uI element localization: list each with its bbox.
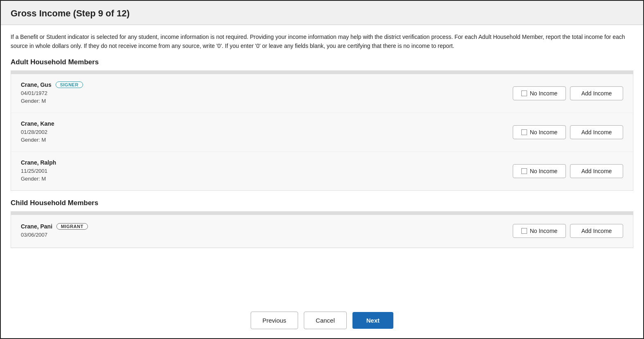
page-header: Gross Income (Step 9 of 12)	[1, 1, 643, 25]
page-title: Gross Income (Step 9 of 12)	[11, 8, 633, 19]
member-info-crane-gus: Crane, Gus SIGNER 04/01/1972 Gender: M	[21, 81, 83, 105]
previous-button[interactable]: Previous	[251, 312, 298, 329]
page-wrapper: Gross Income (Step 9 of 12) If a Benefit…	[0, 0, 644, 339]
member-name: Crane, Kane	[21, 120, 54, 127]
member-info-crane-kane: Crane, Kane 01/28/2002 Gender: M	[21, 120, 54, 144]
footer-nav: Previous Cancel Next	[1, 304, 643, 338]
member-dob: 11/25/2001	[21, 167, 56, 175]
add-income-button-kane[interactable]: Add Income	[570, 125, 623, 139]
member-name-row: Crane, Ralph	[21, 159, 56, 166]
no-income-checkbox-pani	[521, 228, 527, 234]
member-name-row: Crane, Gus SIGNER	[21, 81, 83, 88]
next-button[interactable]: Next	[352, 312, 394, 329]
no-income-button-pani[interactable]: No Income	[513, 224, 566, 238]
member-gender: Gender: M	[21, 175, 56, 183]
member-actions: No Income Add Income	[513, 125, 623, 139]
no-income-checkbox-ralph	[521, 168, 527, 174]
member-dob: 03/06/2007	[21, 231, 88, 239]
migrant-badge: MIGRANT	[56, 223, 88, 230]
cancel-button[interactable]: Cancel	[304, 312, 347, 329]
member-name: Crane, Pani	[21, 223, 52, 230]
table-row: Crane, Kane 01/28/2002 Gender: M No Inco…	[11, 113, 633, 152]
table-row: Crane, Pani MIGRANT 03/06/2007 No Income…	[11, 215, 633, 248]
member-actions: No Income Add Income	[513, 224, 623, 238]
page-body: If a Benefit or Student indicator is sel…	[1, 25, 643, 304]
adult-section-title: Adult Household Members	[11, 58, 633, 66]
adult-members-scroll-area: Crane, Gus SIGNER 04/01/1972 Gender: M N…	[11, 70, 633, 191]
member-info-crane-pani: Crane, Pani MIGRANT 03/06/2007	[21, 223, 88, 239]
child-members-scroll-area: Crane, Pani MIGRANT 03/06/2007 No Income…	[11, 211, 633, 248]
add-income-button-gus[interactable]: Add Income	[570, 86, 623, 100]
member-name: Crane, Gus	[21, 81, 52, 88]
child-section-title: Child Household Members	[11, 199, 633, 207]
member-actions: No Income Add Income	[513, 86, 623, 100]
add-income-button-ralph[interactable]: Add Income	[570, 164, 623, 178]
no-income-label-ralph: No Income	[530, 168, 558, 174]
table-row: Crane, Ralph 11/25/2001 Gender: M No Inc…	[11, 152, 633, 190]
signer-badge: SIGNER	[56, 81, 83, 88]
child-scroll-top-bar	[11, 212, 633, 215]
member-name-row: Crane, Pani MIGRANT	[21, 223, 88, 230]
no-income-checkbox-gus	[521, 90, 527, 96]
member-name: Crane, Ralph	[21, 159, 56, 166]
member-gender: Gender: M	[21, 136, 54, 144]
adult-scroll-top-bar	[11, 71, 633, 74]
member-info-crane-ralph: Crane, Ralph 11/25/2001 Gender: M	[21, 159, 56, 183]
no-income-button-gus[interactable]: No Income	[513, 86, 566, 100]
intro-text: If a Benefit or Student indicator is sel…	[11, 32, 633, 51]
member-gender: Gender: M	[21, 97, 83, 105]
no-income-button-kane[interactable]: No Income	[513, 125, 566, 139]
no-income-label-pani: No Income	[530, 228, 558, 234]
member-dob: 04/01/1972	[21, 89, 83, 97]
no-income-button-ralph[interactable]: No Income	[513, 164, 566, 178]
no-income-label-kane: No Income	[530, 129, 558, 136]
table-row: Crane, Gus SIGNER 04/01/1972 Gender: M N…	[11, 74, 633, 113]
add-income-button-pani[interactable]: Add Income	[570, 224, 623, 238]
no-income-checkbox-kane	[521, 129, 527, 135]
member-actions: No Income Add Income	[513, 164, 623, 178]
child-section: Child Household Members Crane, Pani MIGR…	[11, 199, 633, 248]
no-income-label-gus: No Income	[530, 90, 558, 97]
member-dob: 01/28/2002	[21, 128, 54, 136]
member-name-row: Crane, Kane	[21, 120, 54, 127]
